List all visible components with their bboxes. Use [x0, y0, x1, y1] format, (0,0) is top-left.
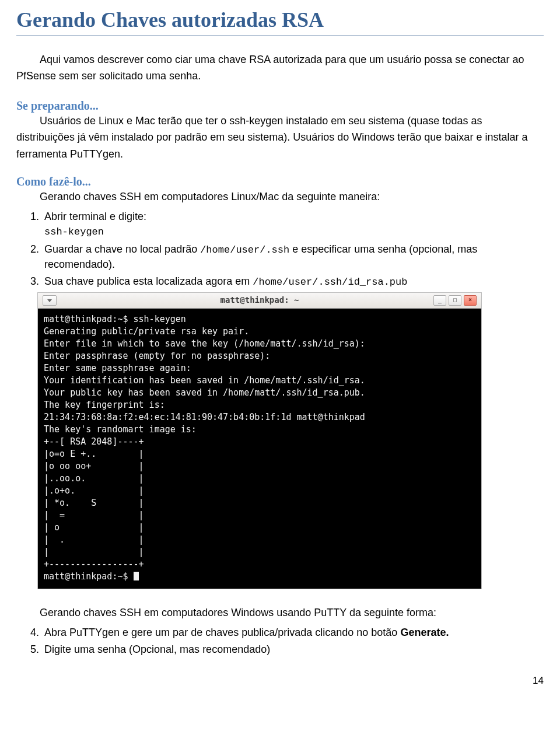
term-l04: Enter passphrase (empty for no passphras… [44, 351, 270, 361]
step-4-text-a: Abra PuTTYgen e gere um par de chaves pu… [44, 627, 400, 638]
terminal-title: matt@thinkpad: ~ [38, 295, 481, 306]
close-icon[interactable]: × [464, 295, 477, 306]
term-l03: Enter file in which to save the key (/ho… [44, 338, 365, 349]
terminal-titlebar: matt@thinkpad: ~ _ □ × [38, 293, 481, 309]
page-title: Gerando Chaves autorizadas RSA [16, 6, 544, 36]
term-l20: | | [44, 547, 144, 557]
term-l10: The key's randomart image is: [44, 424, 197, 435]
minimize-icon[interactable]: _ [433, 295, 446, 306]
sec2-lead: Gerando chaves SSH em computadores Linux… [16, 190, 544, 204]
term-l21: +-----------------+ [44, 559, 144, 569]
sec1-line-2: distribuições já vêm instalado por padrã… [16, 130, 544, 144]
term-l17: | = | [44, 510, 144, 520]
terminal-menu-button[interactable] [43, 295, 57, 306]
term-l11: +--[ RSA 2048]----+ [44, 436, 144, 447]
section-heading-preparando: Se preparando... [16, 98, 544, 114]
step-1: Abrir terminal e digite: ssh-keygen [42, 209, 544, 239]
step-5: Digite uma senha (Opcional, mas recomend… [42, 642, 544, 656]
term-l16: | *o. S | [44, 498, 144, 508]
sec1-line-1: Usuários de Linux e Mac terão que ter o … [16, 114, 544, 128]
intro-line-2: PfSense sem ser solicitado uma senha. [16, 69, 544, 83]
term-prompt-end: matt@thinkpad:~$ [44, 571, 134, 582]
step-2-text-a: Guardar a chave no local padrão [44, 243, 200, 255]
step-3-path: /home/user/.ssh/id_rsa.pub [253, 277, 407, 288]
term-l12: |o=o E +.. | [44, 449, 144, 459]
terminal-window: matt@thinkpad: ~ _ □ × matt@thinkpad:~$ … [37, 292, 482, 589]
term-l08: The key fingerprint is: [44, 400, 165, 410]
term-l07: Your public key has been saved in /home/… [44, 387, 365, 398]
term-l14: |..oo.o. | [44, 473, 144, 484]
term-l19: | . | [44, 534, 144, 545]
steps-list-windows: Abra PuTTYgen e gere um par de chaves pu… [30, 625, 544, 657]
term-l02: Generating public/private rsa key pair. [44, 326, 249, 337]
terminal-cursor [134, 572, 139, 580]
maximize-icon[interactable]: □ [449, 295, 461, 306]
step-2-text-b: e especificar uma senha (opcional, mas [289, 243, 477, 255]
terminal-body: matt@thinkpad:~$ ssh-keygen Generating p… [38, 309, 481, 589]
page-number: 14 [16, 674, 544, 688]
term-l15: |.o+o. | [44, 485, 144, 496]
step-2-path: /home/user/.ssh [200, 244, 289, 256]
after-lead: Gerando chaves SSH em computadores Windo… [16, 606, 544, 620]
section-heading-como-fazer: Como fazê-lo... [16, 174, 544, 190]
term-l09: 21:34:73:68:8a:f2:e4:ec:14:81:90:47:b4:0… [44, 412, 365, 422]
step-4-generate-label: Generate. [400, 627, 449, 638]
step-3: Sua chave publica esta localizada agora … [42, 274, 544, 289]
step-3-text-a: Sua chave publica esta localizada agora … [44, 275, 253, 287]
intro-line-1: Aqui vamos descrever como ciar uma chave… [16, 53, 544, 67]
term-l06: Your identification has been saved in /h… [44, 375, 365, 386]
term-l01: matt@thinkpad:~$ ssh-keygen [44, 314, 186, 324]
steps-list-linux: Abrir terminal e digite: ssh-keygen Guar… [30, 209, 544, 289]
term-l05: Enter same passphrase again: [44, 363, 191, 373]
term-l13: |o oo oo+ | [44, 461, 144, 471]
step-2-text-c: recomendado). [44, 258, 115, 270]
step-1-command: ssh-keygen [44, 226, 104, 237]
sec1-line-3: ferramenta PuTTYgen. [16, 147, 544, 161]
step-4: Abra PuTTYgen e gere um par de chaves pu… [42, 625, 544, 639]
term-l18: | o | [44, 522, 144, 533]
step-1-text: Abrir terminal e digite: [44, 211, 146, 222]
step-2: Guardar a chave no local padrão /home/us… [42, 242, 544, 271]
